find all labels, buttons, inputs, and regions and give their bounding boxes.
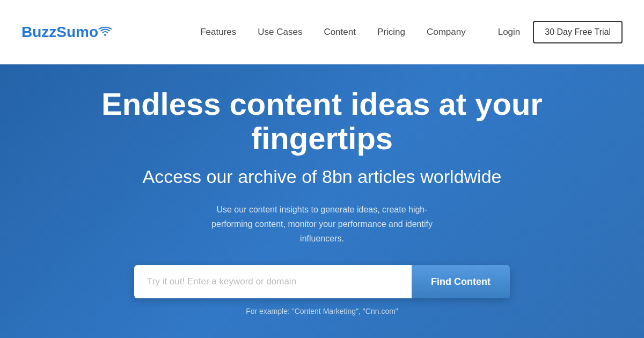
nav-features[interactable]: Features <box>200 27 236 38</box>
search-bar: Find Content <box>134 265 510 298</box>
navbar: BuzzSumo Features Use Cases Content Pric… <box>0 0 644 64</box>
hero-section: Endless content ideas at your fingertips… <box>0 64 644 338</box>
nav-company[interactable]: Company <box>427 27 466 38</box>
find-content-button[interactable]: Find Content <box>412 265 510 298</box>
hero-title: Endless content ideas at your fingertips <box>80 87 564 156</box>
login-link[interactable]: Login <box>498 27 521 38</box>
nav-use-cases[interactable]: Use Cases <box>258 27 302 38</box>
logo[interactable]: BuzzSumo <box>21 24 112 41</box>
hero-description: Use our content insights to generate ide… <box>209 202 435 246</box>
nav-actions: Login 30 Day Free Trial <box>498 21 623 43</box>
nav-links: Features Use Cases Content Pricing Compa… <box>200 27 466 38</box>
trial-button[interactable]: 30 Day Free Trial <box>533 21 623 43</box>
search-input[interactable] <box>134 265 412 298</box>
search-example-text: For example: "Content Marketing", "Cnn.c… <box>246 307 398 315</box>
hero-subtitle: Access our archive of 8bn articles world… <box>143 166 502 187</box>
logo-text: BuzzSumo <box>21 24 98 41</box>
svg-point-0 <box>104 34 106 36</box>
nav-pricing[interactable]: Pricing <box>377 27 405 38</box>
nav-content[interactable]: Content <box>324 27 356 38</box>
wifi-icon <box>98 24 112 41</box>
